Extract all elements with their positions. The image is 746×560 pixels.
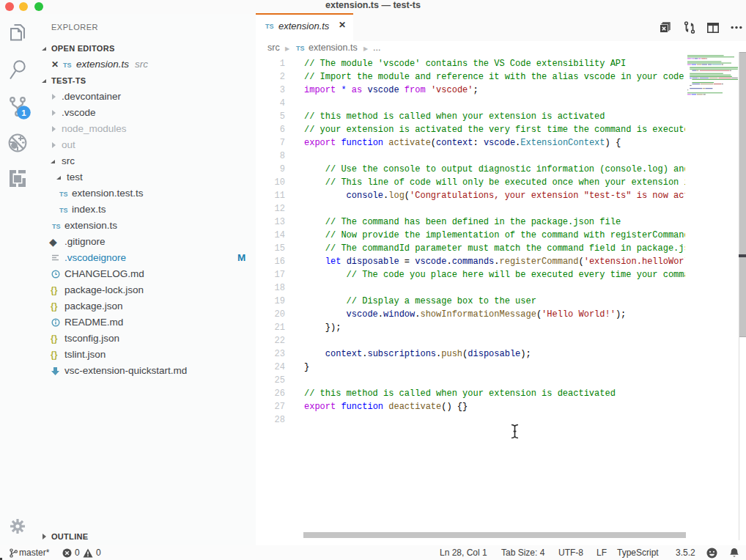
svg-text:1: 1 xyxy=(21,108,26,117)
